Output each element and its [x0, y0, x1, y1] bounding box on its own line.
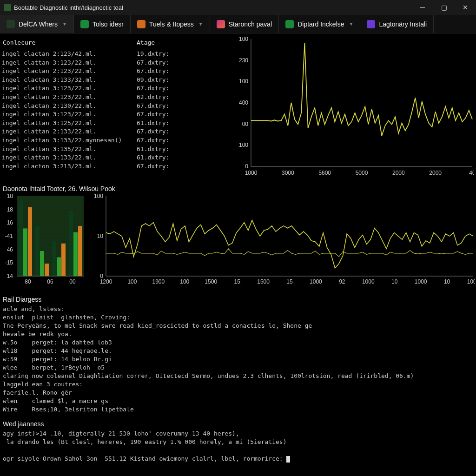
svg-text:-15: -15	[5, 259, 13, 266]
tab-bar: DelCA Whers▼Tolso idesrTuels & Itopess▼S…	[0, 15, 476, 33]
console-2: agy inst)>14 .10, digterally 21-530 loho…	[0, 430, 476, 466]
svg-rect-93	[78, 226, 82, 276]
log-row: ingel clactan 2:130/22.ml.67.dxtry:	[2, 102, 229, 111]
log-row: ingel clattan 3:123/22.ml.67.dxtry:	[2, 84, 229, 93]
tab-5[interactable]: Lagtonäry Instali	[360, 15, 434, 33]
svg-text:1000: 1000	[245, 170, 258, 176]
svg-text:100: 100	[239, 36, 248, 42]
tab-label: DelCA Whers	[19, 20, 58, 28]
svg-text:92: 92	[339, 278, 345, 285]
svg-text:230: 230	[239, 57, 248, 64]
svg-rect-87	[45, 264, 49, 276]
log-row: ingel clactan 3:133/32.ml.09.dxtry:	[2, 76, 229, 85]
svg-text:2000: 2000	[429, 170, 442, 176]
log-header-1: Conlecure	[2, 39, 137, 46]
chart-top: 0100004001002301001000300056005000200020…	[232, 33, 476, 182]
svg-text:10: 10	[391, 278, 398, 285]
minimize-button[interactable]: ─	[412, 0, 433, 15]
svg-rect-82	[19, 201, 23, 276]
svg-text:1000: 1000	[362, 278, 375, 285]
mid-label: Daonota Ihtaid Tooter, 26. Wilsou Pook	[0, 182, 476, 194]
tab-1[interactable]: Tolso idesr	[74, 15, 131, 33]
bar-chart-pane: 14-1546-41161810800600	[2, 194, 86, 290]
log-row: ingel clattan 3:123/22.ml.67.dxtry:	[2, 110, 229, 119]
svg-text:80: 80	[25, 278, 31, 285]
log-row: ingel clactan 2:123/22.ml.67.dxtry:	[2, 67, 229, 76]
svg-text:14: 14	[7, 273, 13, 279]
tab-label: Tolso idesr	[93, 20, 124, 28]
svg-rect-83	[23, 228, 27, 276]
svg-text:06: 06	[47, 278, 53, 285]
svg-text:1500: 1500	[257, 278, 270, 285]
svg-text:10: 10	[444, 278, 450, 285]
svg-text:100: 100	[180, 278, 189, 285]
log-header-2: Atage	[137, 39, 220, 46]
log-row: ingel clattan 3:133/22.ml.61.dxtry:	[2, 153, 229, 162]
section-rail: Rail Diargess	[0, 292, 476, 305]
svg-text:40: 40	[469, 170, 474, 176]
svg-text:2000: 2000	[392, 170, 405, 176]
svg-text:5600: 5600	[318, 170, 331, 176]
window-controls: ─ ▢ ✕	[412, 0, 476, 15]
svg-text:1000: 1000	[310, 278, 322, 285]
tab-icon	[217, 20, 225, 28]
tab-4[interactable]: Diptard Inckelse▼	[279, 15, 360, 33]
section-wed: Wed jaanness	[0, 416, 476, 430]
svg-rect-89	[57, 258, 61, 277]
svg-text:100: 100	[127, 278, 137, 285]
tab-icon	[367, 20, 375, 28]
svg-text:-41: -41	[5, 233, 13, 239]
svg-text:10: 10	[97, 233, 104, 239]
app-icon	[4, 4, 11, 11]
tab-label: Lagtonäry Instali	[379, 20, 427, 28]
svg-text:0: 0	[245, 163, 248, 170]
tab-2[interactable]: Tuels & Itopess▼	[131, 15, 210, 33]
svg-text:1000: 1000	[467, 278, 475, 285]
console-1: acle and, lstess: enslut plaist glarhste…	[0, 305, 476, 416]
svg-rect-90	[61, 244, 66, 276]
log-row: ingel clattan 3:123/22.ml.67.dxtry:	[2, 59, 229, 67]
svg-text:3000: 3000	[282, 170, 294, 176]
svg-rect-85	[35, 226, 40, 276]
tab-label: Tuels & Itopess	[149, 20, 194, 28]
log-row: ingel clattan 3:125/22.ml.61.dxtry:	[2, 119, 229, 128]
tab-icon	[285, 20, 294, 28]
tab-3[interactable]: Staronch paval	[210, 15, 279, 33]
cursor	[286, 456, 290, 463]
chevron-down-icon: ▼	[349, 21, 354, 26]
tab-0[interactable]: DelCA Whers▼	[0, 15, 74, 33]
log-row: ingel clattan 3:135/22.ml.61.dxtry:	[2, 145, 229, 154]
log-row: ingel clattan 3:133/22.mynnesan()67.dxtr…	[2, 136, 229, 145]
tab-label: Staronch paval	[229, 20, 272, 28]
svg-text:1900: 1900	[152, 278, 165, 285]
svg-text:10: 10	[7, 194, 13, 199]
svg-rect-92	[73, 232, 78, 277]
svg-text:15: 15	[286, 278, 293, 285]
svg-text:100: 100	[94, 194, 103, 199]
close-button[interactable]: ✕	[455, 0, 476, 15]
tab-icon	[137, 20, 145, 28]
svg-rect-86	[40, 251, 44, 276]
svg-text:15: 15	[234, 278, 240, 285]
chevron-down-icon: ▼	[62, 21, 67, 26]
tab-icon	[7, 20, 15, 28]
maximize-button[interactable]: ▢	[433, 0, 455, 15]
log-row: ingel clattan 2:133/22.ml.67.dxtry:	[2, 127, 229, 136]
line-chart-pane: 0101001200100190010015001515001510009210…	[90, 194, 475, 290]
svg-text:1200: 1200	[100, 278, 112, 285]
log-row: ingel clactan 2:123/42.ml.19.dxtry:	[2, 50, 229, 59]
svg-text:00: 00	[69, 278, 76, 285]
log-row: ingel clacton 3:213/23.ml.67.dxtry:	[2, 162, 229, 171]
svg-text:100: 100	[239, 78, 248, 85]
svg-text:100: 100	[239, 142, 248, 148]
tab-label: Diptard Inckelse	[298, 20, 344, 28]
svg-text:1000: 1000	[415, 278, 427, 285]
svg-rect-84	[28, 207, 32, 277]
svg-rect-91	[69, 211, 73, 276]
chevron-down-icon: ▼	[198, 21, 203, 26]
svg-text:16: 16	[7, 219, 13, 226]
svg-text:1500: 1500	[205, 278, 217, 285]
log-pane: Conlecure Atage ingel clactan 2:123/42.m…	[0, 33, 232, 182]
log-row: ingel clattan 2:123/22.ml.62.dxtry:	[2, 93, 229, 102]
svg-text:5000: 5000	[356, 170, 368, 176]
